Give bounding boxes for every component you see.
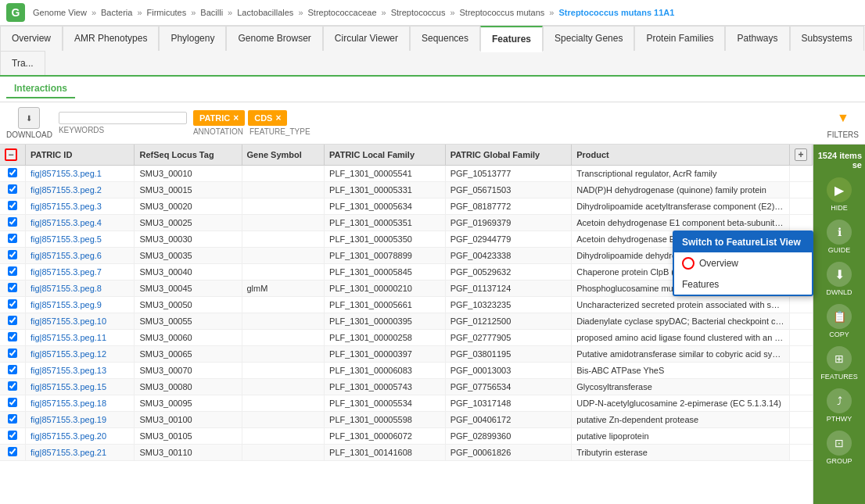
gene-symbol-cell xyxy=(242,313,325,330)
breadcrumb-streptococcus[interactable]: Streptococcus xyxy=(391,8,446,17)
global-family-cell: PGF_00013003 xyxy=(445,363,572,379)
guide-button[interactable]: ℹ GUIDE xyxy=(813,216,865,257)
sub-tab-interactions[interactable]: Interactions xyxy=(6,80,75,98)
row-checkbox[interactable] xyxy=(8,431,17,440)
table-row: fig|857155.3.peg.4 SMU3_00025 PLF_1301_0… xyxy=(0,215,813,231)
download-label: DOWNLOAD xyxy=(6,130,52,139)
tab-tra[interactable]: Tra... xyxy=(0,51,45,75)
filters-button[interactable]: ▼ FILTERS xyxy=(827,107,859,139)
row-checkbox[interactable] xyxy=(8,201,17,210)
row-checkbox[interactable] xyxy=(8,398,17,407)
tab-phylogeny[interactable]: Phylogeny xyxy=(159,26,226,51)
refseq-cell: SMU3_00020 xyxy=(135,198,242,215)
local-family-cell: PLF_1301_00005331 xyxy=(325,182,446,198)
copy-button[interactable]: 📋 COPY xyxy=(813,301,865,341)
table-row: fig|857155.3.peg.12 SMU3_00065 PLF_1301_… xyxy=(0,346,813,363)
row-checkbox[interactable] xyxy=(8,381,17,391)
table-scroll[interactable]: − PATRIC ID RefSeq Locus Tag Gene Symbol… xyxy=(0,145,813,504)
tab-overview[interactable]: Overview xyxy=(0,26,63,51)
product-cell: Dihydrolipoamide acetyltransferase compo… xyxy=(572,198,790,215)
row-checkbox[interactable] xyxy=(8,266,17,276)
product-cell: Tributyrin esterase xyxy=(572,445,790,461)
col-product[interactable]: Product xyxy=(572,145,790,166)
table-row: fig|857155.3.peg.11 SMU3_00060 PLF_1301_… xyxy=(0,330,813,346)
row-checkbox[interactable] xyxy=(8,332,17,341)
patric-id-cell: fig|857155.3.peg.5 xyxy=(26,231,135,248)
product-cell: Glycosyltransferase xyxy=(572,379,790,395)
col-patric-id[interactable]: PATRIC ID xyxy=(26,145,135,166)
download-button[interactable]: ⬇ DOWNLOAD xyxy=(6,107,52,139)
row-checkbox-cell xyxy=(0,166,26,182)
pathway-button[interactable]: ⤴ PTHWY xyxy=(813,385,865,426)
local-family-cell: PLF_1301_00005845 xyxy=(325,264,446,281)
local-family-cell: PLF_1301_00005350 xyxy=(325,231,446,248)
product-cell: proposed amino acid ligase found cluster… xyxy=(572,330,790,346)
row-checkbox-cell xyxy=(0,248,26,264)
product-cell: Acetoin dehydrogenase E1 component beta-… xyxy=(572,215,790,231)
row-checkbox[interactable] xyxy=(8,168,17,177)
tab-specialty-genes[interactable]: Specialty Genes xyxy=(543,26,634,51)
breadcrumb-firmicutes[interactable]: Firmicutes xyxy=(147,8,187,17)
tab-amr[interactable]: AMR Phenotypes xyxy=(63,26,159,51)
row-checkbox[interactable] xyxy=(8,184,17,194)
dropdown-header: Switch to FeatureList View xyxy=(674,232,812,252)
hide-panel-button[interactable]: ▶ HIDE xyxy=(813,174,865,215)
row-checkbox[interactable] xyxy=(8,234,17,243)
global-family-cell: PGF_00423338 xyxy=(445,248,572,264)
row-checkbox[interactable] xyxy=(8,365,17,374)
tab-protein-families[interactable]: Protein Families xyxy=(634,26,725,51)
features-button[interactable]: ⊞ FEATURES xyxy=(813,343,865,384)
gene-symbol-cell xyxy=(242,346,325,363)
tab-sequences[interactable]: Sequences xyxy=(410,26,480,51)
download-panel-button[interactable]: ⬇ DWNLD xyxy=(813,259,865,299)
col-refseq[interactable]: RefSeq Locus Tag xyxy=(135,145,242,166)
breadcrumb-streptococcaceae[interactable]: Streptococcaceae xyxy=(308,8,377,17)
group-button[interactable]: ⊡ GROUP xyxy=(813,427,865,468)
row-checkbox-cell xyxy=(0,330,26,346)
local-family-cell: PLF_1301_00005661 xyxy=(325,297,446,313)
col-local-family[interactable]: PATRIC Local Family xyxy=(325,145,446,166)
dropdown-item-features[interactable]: Features xyxy=(674,274,812,295)
tab-features[interactable]: Features xyxy=(480,26,543,52)
row-checkbox[interactable] xyxy=(8,283,17,292)
row-checkbox-cell xyxy=(0,264,26,281)
patric-id-cell: fig|857155.3.peg.13 xyxy=(26,363,135,379)
row-checkbox[interactable] xyxy=(8,316,17,325)
copy-icon: 📋 xyxy=(827,304,852,329)
feature-type-chip-close[interactable]: × xyxy=(275,113,281,123)
local-family-cell: PLF_1301_00000210 xyxy=(325,281,446,297)
row-checkbox[interactable] xyxy=(8,414,17,424)
col-checkbox[interactable]: − xyxy=(0,145,26,166)
tab-genome-browser[interactable]: Genome Browser xyxy=(226,26,322,51)
feature-type-chip[interactable]: CDS × xyxy=(248,110,287,126)
row-checkbox[interactable] xyxy=(8,250,17,259)
tab-circular-viewer[interactable]: Circular Viewer xyxy=(323,26,410,51)
col-gene-symbol[interactable]: Gene Symbol xyxy=(242,145,325,166)
row-checkbox[interactable] xyxy=(8,299,17,309)
annotation-chip[interactable]: PATRIC × xyxy=(193,110,245,126)
breadcrumb-bacteria[interactable]: Bacteria xyxy=(101,8,132,17)
col-global-family[interactable]: PATRIC Global Family xyxy=(445,145,572,166)
row-checkbox[interactable] xyxy=(8,447,17,456)
patric-id-cell: fig|857155.3.peg.3 xyxy=(26,198,135,215)
patric-id-cell: fig|857155.3.peg.11 xyxy=(26,330,135,346)
row-checkbox-cell xyxy=(0,182,26,198)
row-checkbox[interactable] xyxy=(8,217,17,227)
annotation-chip-close[interactable]: × xyxy=(233,113,239,123)
copy-label: COPY xyxy=(829,331,849,338)
tab-subsystems[interactable]: Subsystems xyxy=(790,26,864,51)
breadcrumb-streptococcus-mutans[interactable]: Streptococcus mutans xyxy=(460,8,545,17)
local-family-cell: PLF_1301_00141608 xyxy=(325,445,446,461)
deselect-all-button[interactable]: − xyxy=(5,148,17,161)
keywords-input[interactable] xyxy=(59,112,187,124)
breadcrumb-lactobacillales[interactable]: Lactobacillales xyxy=(237,8,293,17)
col-add[interactable]: + xyxy=(790,145,813,166)
refseq-cell: SMU3_00035 xyxy=(135,248,242,264)
patric-id-cell: fig|857155.3.peg.12 xyxy=(26,346,135,363)
tab-pathways[interactable]: Pathways xyxy=(725,26,789,51)
row-checkbox[interactable] xyxy=(8,349,17,358)
filter-chips-container: PATRIC × CDS × ANNOTATION FEATURE_TYPE xyxy=(193,110,310,136)
breadcrumb-bacilli[interactable]: Bacilli xyxy=(200,8,223,17)
dropdown-item-overview[interactable]: Overview xyxy=(674,252,812,274)
patric-id-cell: fig|857155.3.peg.9 xyxy=(26,297,135,313)
